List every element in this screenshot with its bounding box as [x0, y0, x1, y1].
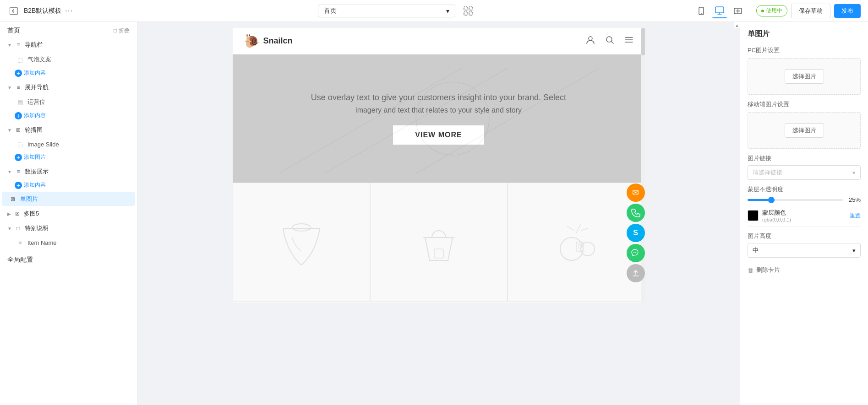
- canvas-area: ▲ 🐌 Snailcn: [137, 22, 740, 405]
- add-data-display-content[interactable]: + 添加内容: [0, 179, 137, 191]
- sidebar-item-image-slide[interactable]: ⬚ Image Slide: [2, 138, 135, 151]
- select-tool-button[interactable]: [461, 4, 475, 18]
- data-display-group-header[interactable]: ▼ ≡ 数据展示: [0, 164, 137, 179]
- email-float-button[interactable]: ✉: [627, 184, 645, 202]
- scroll-up-button[interactable]: ▲: [734, 22, 740, 28]
- mobile-section-title: 移动端图片设置: [748, 100, 861, 108]
- device-mobile-button[interactable]: [694, 4, 709, 18]
- opacity-thumb[interactable]: [768, 197, 775, 203]
- page-header: 🐌 Snailcn: [233, 28, 645, 54]
- navbar-group-header[interactable]: ▼ ≡ 导航栏: [0, 38, 137, 52]
- main-layout: 首页 □ 折叠 ▼ ≡ 导航栏 ⬚ 气泡文案 + 添加内容: [0, 22, 868, 405]
- canvas-wrapper: 🐌 Snailcn: [233, 28, 645, 302]
- special-note-label: 特别说明: [25, 224, 49, 232]
- carousel-icon: ⊠: [15, 126, 22, 134]
- divider: [748, 226, 861, 227]
- collapse-button[interactable]: □ 折叠: [114, 27, 130, 35]
- chevron-down-icon: ▼: [7, 169, 12, 174]
- svg-line-12: [416, 68, 599, 173]
- sidebar-group-navbar: ▼ ≡ 导航栏 ⬚ 气泡文案 + 添加内容: [0, 38, 137, 79]
- product-row: [233, 183, 645, 302]
- user-icon[interactable]: [585, 35, 595, 47]
- banner-label: 运营位: [27, 98, 45, 106]
- add-icon: +: [15, 154, 22, 161]
- scroll-up-icon: ▲: [735, 23, 739, 28]
- wechat-float-button[interactable]: [627, 244, 645, 262]
- pc-section-title: PC图片设置: [748, 46, 861, 54]
- expand-nav-label: 展开导航: [25, 83, 49, 92]
- topbar: B2B默认模板 ··· 首页 ▾: [0, 0, 868, 22]
- back-button[interactable]: [7, 5, 20, 17]
- carousel-group-header[interactable]: ▼ ⊠ 轮播图: [0, 123, 137, 137]
- add-navbar-content[interactable]: + 添加内容: [0, 67, 137, 79]
- phone-float-button[interactable]: [627, 204, 645, 222]
- item-name-label: Item Name: [27, 239, 57, 246]
- menu-icon[interactable]: [624, 35, 634, 47]
- publish-button[interactable]: 发布: [834, 4, 861, 18]
- search-icon[interactable]: [605, 35, 615, 47]
- sidebar-item-single-image[interactable]: ⊠ 单图片: [2, 192, 135, 206]
- sidebar-group-special-note: ▼ □ 特别说明 ≡ Item Name: [0, 221, 137, 249]
- device-desktop-button[interactable]: [712, 4, 727, 18]
- multi-image-label: 多图5: [24, 210, 39, 218]
- color-value: rgba(0,0,0,1): [762, 217, 791, 222]
- color-swatch[interactable]: [748, 210, 759, 221]
- more-options[interactable]: ···: [65, 7, 73, 15]
- reset-color-link[interactable]: 重置: [850, 212, 861, 220]
- opacity-row: 25%: [748, 196, 861, 203]
- link-select[interactable]: 请选择链接 ▾: [748, 165, 861, 180]
- product-cell-3: [508, 183, 645, 302]
- topbar-center: 首页 ▾: [104, 4, 688, 18]
- logo-area: 🐌 Snailcn: [244, 33, 293, 49]
- svg-rect-3: [464, 12, 467, 15]
- delete-icon: 🗑: [748, 267, 753, 274]
- mobile-image-upload-area[interactable]: 选择图片: [748, 112, 861, 149]
- page-selector[interactable]: 首页 ▾: [318, 5, 455, 17]
- mobile-upload-button[interactable]: 选择图片: [785, 123, 824, 138]
- collapse-icon: □: [114, 27, 117, 34]
- opacity-slider[interactable]: [748, 199, 843, 201]
- svg-point-22: [635, 252, 636, 253]
- product-cell-1: [233, 183, 370, 302]
- chevron-down-icon: ▼: [7, 226, 12, 231]
- device-expand-button[interactable]: [731, 4, 745, 18]
- add-icon: +: [15, 112, 22, 119]
- sidebar-header: 首页 □ 折叠: [0, 22, 137, 38]
- special-note-group-header[interactable]: ▼ □ 特别说明: [0, 221, 137, 236]
- multi-image-group-header[interactable]: ▶ ⊠ 多图5: [0, 206, 137, 221]
- scrollbar-thumb[interactable]: [641, 28, 645, 55]
- save-draft-button[interactable]: 保存草稿: [791, 4, 830, 18]
- svg-point-9: [589, 37, 592, 40]
- status-text: 使用中: [766, 7, 782, 15]
- svg-line-13: [278, 68, 462, 173]
- add-expand-nav-content[interactable]: + 添加内容: [0, 109, 137, 122]
- link-label: 图片链接: [748, 154, 861, 162]
- height-select[interactable]: 中 ▾: [748, 243, 861, 258]
- add-label: 添加内容: [24, 112, 46, 119]
- special-note-icon: □: [15, 225, 22, 232]
- expand-nav-group-header[interactable]: ▼ ≡ 展开导航: [0, 80, 137, 95]
- sidebar-item-item-name[interactable]: ≡ Item Name: [2, 236, 135, 249]
- panel-title: 单图片: [748, 29, 861, 39]
- link-dropdown-icon: ▾: [852, 169, 856, 176]
- pc-upload-button[interactable]: 选择图片: [785, 69, 824, 84]
- add-carousel-image[interactable]: + 添加图片: [0, 151, 137, 163]
- dropdown-icon: ▾: [446, 7, 449, 15]
- banner-icon: ▤: [16, 98, 24, 106]
- pc-image-upload-area[interactable]: 选择图片: [748, 58, 861, 95]
- chevron-right-icon: ▶: [7, 211, 11, 216]
- delete-label: 删除卡片: [756, 266, 780, 274]
- delete-card-button[interactable]: 🗑 删除卡片: [748, 263, 861, 277]
- skype-float-button[interactable]: S: [627, 224, 645, 242]
- upload-float-button[interactable]: [627, 264, 645, 282]
- navbar-icon: ≡: [15, 41, 22, 49]
- sidebar-item-banner[interactable]: ▤ 运营位: [2, 95, 135, 109]
- height-value: 中: [753, 246, 759, 254]
- topbar-right: 使用中 保存草稿 发布: [694, 4, 861, 18]
- sidebar-page-label: 首页: [7, 27, 20, 35]
- status-dot: [761, 10, 764, 12]
- svg-point-10: [606, 37, 612, 42]
- navbar-label: 导航栏: [25, 41, 43, 49]
- sidebar-item-bubble[interactable]: ⬚ 气泡文案: [2, 53, 135, 66]
- collapse-label: 折叠: [119, 27, 130, 35]
